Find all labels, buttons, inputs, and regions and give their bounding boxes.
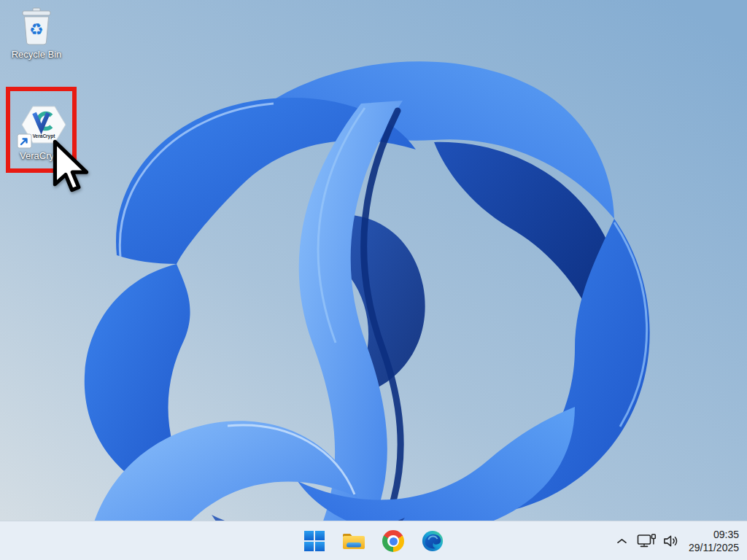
windows-logo-icon [304,531,325,551]
network-ethernet-icon [637,533,657,549]
edge-icon [422,530,444,552]
tray-clock[interactable]: 09:35 29/11/2025 [686,526,742,556]
tray-chevron-button[interactable] [614,535,630,547]
taskbar: 09:35 29/11/2025 [0,521,747,560]
edge-button[interactable] [418,526,447,556]
recycle-symbol: ♻ [29,20,44,39]
taskbar-app-icons [300,521,447,560]
chrome-icon [382,530,404,552]
tray-time: 09:35 [689,528,739,541]
desktop-icon-label: Recycle Bin [4,49,69,60]
mouse-cursor-icon [53,138,89,195]
chevron-up-icon [617,538,627,544]
volume-icon [662,534,679,548]
tray-network-volume-button[interactable] [633,530,683,552]
wallpaper-bloom [0,0,747,560]
chrome-button[interactable] [379,526,408,556]
desktop: ♻ Recycle Bin VeraCrypt VeraCrypt [0,0,747,560]
recycle-bin-icon: ♻ [20,6,53,47]
system-tray: 09:35 29/11/2025 [614,521,747,560]
file-explorer-icon [341,531,366,551]
file-explorer-button[interactable] [339,526,368,556]
desktop-icon-recycle-bin[interactable]: ♻ Recycle Bin [4,6,69,67]
tray-date: 29/11/2025 [689,541,739,554]
start-button[interactable] [300,526,329,556]
